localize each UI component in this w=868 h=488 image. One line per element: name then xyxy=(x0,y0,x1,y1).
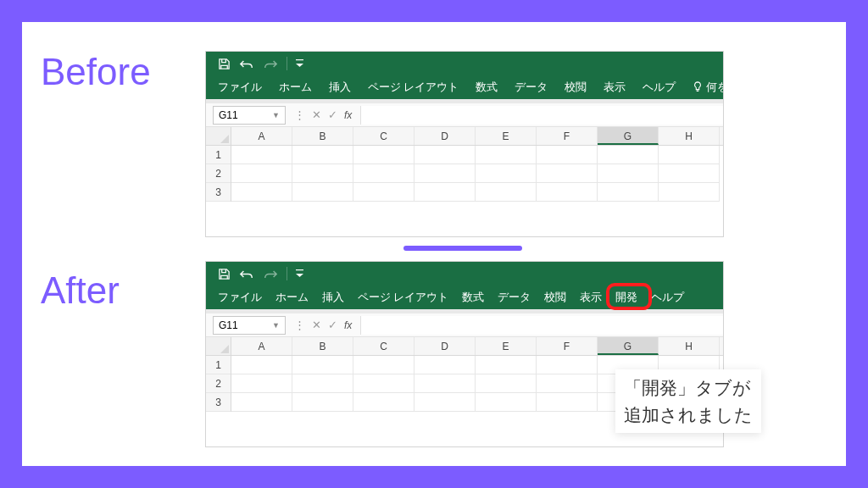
tab-home[interactable]: ホーム xyxy=(275,291,309,305)
undo-icon[interactable] xyxy=(239,269,254,280)
col-header[interactable]: C xyxy=(353,337,415,355)
formula-bar: G11 ▼ ⋮ ✕ ✓ fx xyxy=(206,313,723,337)
col-header-selected[interactable]: G xyxy=(598,337,659,355)
row-header[interactable]: 1 xyxy=(206,146,231,164)
tab-file[interactable]: ファイル xyxy=(218,80,262,95)
name-box[interactable]: G11 ▼ xyxy=(213,106,286,125)
tab-layout[interactable]: ページ レイアウト xyxy=(358,291,448,305)
row-header[interactable]: 3 xyxy=(206,393,231,412)
enter-icon[interactable]: ✓ xyxy=(328,108,337,121)
tab-data[interactable]: データ xyxy=(515,80,548,95)
row-header[interactable]: 1 xyxy=(206,356,231,374)
tab-data[interactable]: データ xyxy=(498,291,531,305)
tab-home[interactable]: ホーム xyxy=(279,80,312,95)
cell-grid: 1 2 3 A B C D E F G H xyxy=(206,127,723,202)
tab-view[interactable]: 表示 xyxy=(580,291,602,305)
undo-icon[interactable] xyxy=(239,58,254,69)
formula-input[interactable] xyxy=(360,106,723,125)
quick-access-toolbar xyxy=(206,262,723,286)
col-header[interactable]: B xyxy=(292,337,353,355)
excel-before: ファイル ホーム 挿入 ページ レイアウト 数式 データ 校閲 表示 ヘルプ 何… xyxy=(205,51,724,237)
tab-help[interactable]: ヘルプ xyxy=(643,80,676,95)
chevron-down-icon: ▼ xyxy=(272,321,280,330)
col-header[interactable]: F xyxy=(537,337,598,355)
after-label: After xyxy=(41,269,120,312)
tab-insert[interactable]: 挿入 xyxy=(329,80,351,95)
tab-view[interactable]: 表示 xyxy=(604,80,626,95)
col-header[interactable]: H xyxy=(659,337,720,355)
col-header[interactable]: B xyxy=(292,127,353,145)
qat-customize-icon[interactable] xyxy=(296,269,303,279)
col-header[interactable]: A xyxy=(231,127,292,145)
tell-me[interactable]: 何をし xyxy=(693,80,724,95)
name-box[interactable]: G11 ▼ xyxy=(213,316,286,335)
col-header[interactable]: E xyxy=(476,337,537,355)
fx-icon[interactable]: fx xyxy=(344,109,352,121)
col-header[interactable]: E xyxy=(476,127,537,145)
tab-formula[interactable]: 数式 xyxy=(462,291,484,305)
formula-bar: G11 ▼ ⋮ ✕ ✓ fx xyxy=(206,103,723,127)
col-header[interactable]: H xyxy=(659,127,720,145)
redo-icon[interactable] xyxy=(263,269,278,280)
col-header[interactable]: F xyxy=(537,127,598,145)
tab-formula[interactable]: 数式 xyxy=(476,80,498,95)
fx-icon[interactable]: fx xyxy=(344,319,352,331)
dots-icon: ⋮ xyxy=(294,108,305,121)
col-header[interactable]: D xyxy=(415,337,476,355)
callout-line2: 追加されました xyxy=(624,402,753,429)
col-header-selected[interactable]: G xyxy=(598,127,659,145)
redo-icon[interactable] xyxy=(263,58,278,69)
ribbon-tabs-before: ファイル ホーム 挿入 ページ レイアウト 数式 データ 校閲 表示 ヘルプ 何… xyxy=(206,75,723,99)
chevron-down-icon: ▼ xyxy=(272,111,280,119)
row-header[interactable]: 2 xyxy=(206,374,231,393)
select-all-triangle[interactable] xyxy=(206,127,231,146)
enter-icon[interactable]: ✓ xyxy=(328,319,337,331)
save-icon[interactable] xyxy=(218,268,231,280)
cancel-icon[interactable]: ✕ xyxy=(312,108,321,121)
tab-file[interactable]: ファイル xyxy=(218,291,262,305)
tab-review[interactable]: 校閲 xyxy=(544,291,566,305)
bulb-icon xyxy=(693,81,703,93)
col-header[interactable]: A xyxy=(231,337,292,355)
row-header[interactable]: 3 xyxy=(206,183,231,202)
col-header[interactable]: C xyxy=(353,127,415,145)
col-header[interactable]: D xyxy=(415,127,476,145)
quick-access-toolbar xyxy=(206,52,723,75)
dots-icon: ⋮ xyxy=(294,319,305,331)
select-all-triangle[interactable] xyxy=(206,337,231,356)
annotation-callout: 「開発」タブが 追加されました xyxy=(615,369,761,433)
formula-input[interactable] xyxy=(360,316,723,335)
cancel-icon[interactable]: ✕ xyxy=(312,319,321,331)
tab-insert[interactable]: 挿入 xyxy=(322,291,344,305)
comparison-card: Before After フ xyxy=(22,22,846,466)
callout-line1: 「開発」タブが xyxy=(624,374,753,402)
before-label: Before xyxy=(41,51,151,93)
tab-help[interactable]: ヘルプ xyxy=(651,291,684,305)
tab-review[interactable]: 校閲 xyxy=(565,80,587,95)
row-header[interactable]: 2 xyxy=(206,164,231,183)
save-icon[interactable] xyxy=(218,58,231,70)
qat-customize-icon[interactable] xyxy=(296,59,303,69)
tab-layout[interactable]: ページ レイアウト xyxy=(368,80,459,95)
developer-tab-highlight xyxy=(606,283,652,310)
section-divider xyxy=(403,246,522,251)
